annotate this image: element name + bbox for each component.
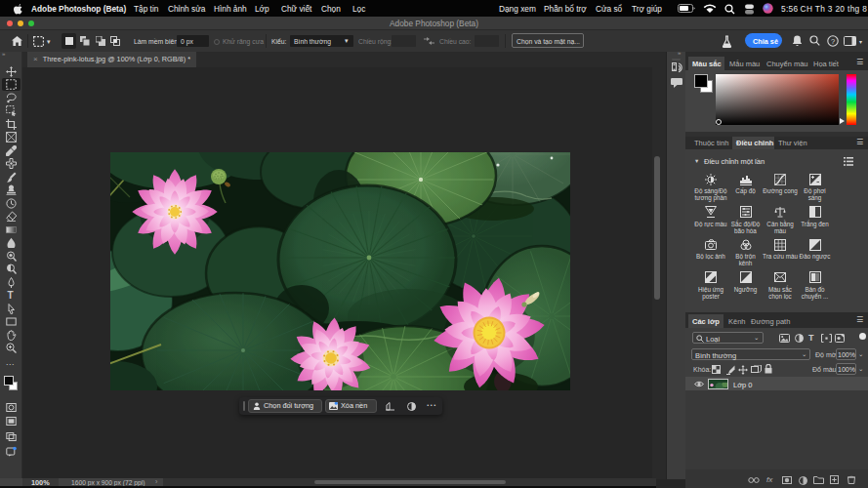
svg-text:?: ? bbox=[831, 37, 835, 46]
